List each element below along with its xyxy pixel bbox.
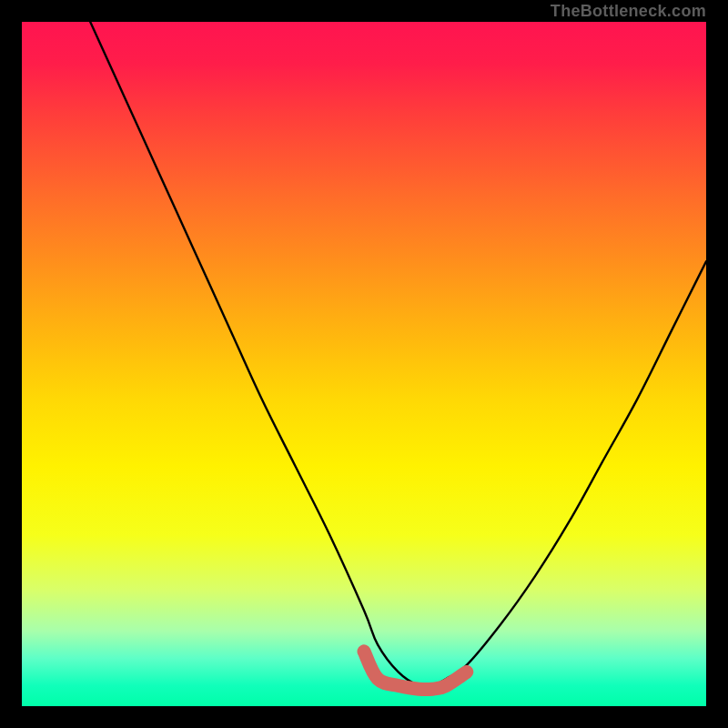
chart-frame: TheBottleneck.com <box>0 0 728 728</box>
watermark-text: TheBottleneck.com <box>551 2 706 21</box>
optimal-range-highlight <box>364 652 467 690</box>
curve-overlay <box>22 22 706 706</box>
plot-area <box>22 22 706 706</box>
bottleneck-curve <box>90 22 706 687</box>
